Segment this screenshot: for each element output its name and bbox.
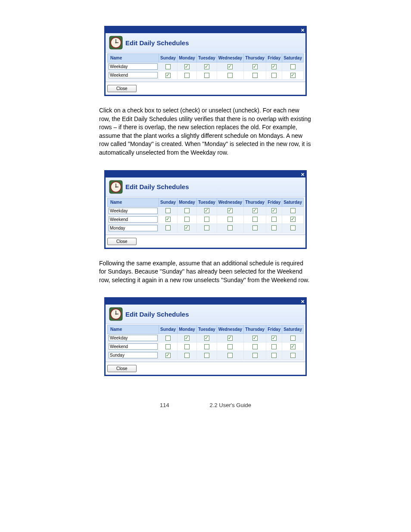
close-button[interactable]: Close [107,365,137,372]
schedule-table: NameSundayMondayTuesdayWednesdayThursday… [107,325,304,360]
day-checkbox[interactable] [165,344,171,349]
column-header-friday: Friday [266,325,282,334]
edit-daily-schedules-dialog-1: ✕ Edit Daily Schedules NameSundayMondayT… [104,26,307,96]
schedule-table-wrap: NameSundayMondayTuesdayWednesdayThursday… [106,324,305,361]
schedule-table-wrap: NameSundayMondayTuesdayWednesdayThursday… [106,197,305,234]
day-checkbox[interactable] [290,336,296,341]
day-checkbox[interactable] [204,64,209,69]
day-checkbox[interactable] [271,73,277,78]
day-checkbox[interactable] [204,208,209,213]
schedule-name-input[interactable] [109,216,158,223]
day-checkbox[interactable] [290,208,296,213]
day-checkbox[interactable] [227,64,233,69]
schedule-name-input[interactable] [109,72,158,78]
day-checkbox[interactable] [184,73,190,78]
day-checkbox[interactable] [227,73,233,78]
day-checkbox[interactable] [271,336,277,341]
day-checkbox[interactable] [184,225,190,230]
table-row [108,206,304,215]
day-checkbox[interactable] [271,64,277,69]
close-button[interactable]: Close [107,238,137,245]
day-checkbox[interactable] [204,344,209,349]
day-checkbox[interactable] [252,344,258,349]
column-header-tuesday: Tuesday [196,325,217,334]
body-paragraph-2: Following the same example, assume that … [99,259,312,285]
column-header-monday: Monday [177,198,197,206]
day-checkbox[interactable] [165,336,171,341]
day-checkbox[interactable] [165,73,171,78]
window-close-icon[interactable]: ✕ [299,171,305,177]
column-header-name: Name [108,325,159,334]
dialog-header: Edit Daily Schedules [106,33,305,53]
day-checkbox[interactable] [165,64,171,69]
column-header-saturday: Saturday [282,325,304,334]
schedule-name-input[interactable] [109,352,158,358]
day-checkbox[interactable] [252,73,258,78]
day-checkbox[interactable] [290,353,296,358]
day-checkbox[interactable] [290,225,296,230]
window-close-icon[interactable]: ✕ [299,27,305,33]
day-checkbox[interactable] [290,217,296,222]
day-checkbox[interactable] [227,225,233,230]
day-checkbox[interactable] [184,353,190,358]
day-checkbox[interactable] [204,73,209,78]
day-checkbox[interactable] [290,64,296,69]
column-header-saturday: Saturday [282,198,304,206]
day-checkbox[interactable] [252,208,258,213]
day-checkbox[interactable] [204,225,209,230]
column-header-sunday: Sunday [159,54,177,62]
day-checkbox[interactable] [184,344,190,349]
day-checkbox[interactable] [227,217,233,222]
column-header-wednesday: Wednesday [217,54,243,62]
schedule-name-input[interactable] [109,343,158,350]
dialog-footer: Close [106,361,305,375]
day-checkbox[interactable] [204,353,209,358]
day-checkbox[interactable] [271,217,277,222]
day-checkbox[interactable] [271,225,277,230]
column-header-monday: Monday [177,54,197,62]
dialog-header: Edit Daily Schedules [106,177,305,197]
day-checkbox[interactable] [184,336,190,341]
day-checkbox[interactable] [271,353,277,358]
day-checkbox[interactable] [165,353,171,358]
day-checkbox[interactable] [165,225,171,230]
day-checkbox[interactable] [290,344,296,349]
title-bar: ✕ [106,27,305,33]
day-checkbox[interactable] [252,353,258,358]
day-checkbox[interactable] [252,225,258,230]
column-header-tuesday: Tuesday [196,54,217,62]
day-checkbox[interactable] [252,217,258,222]
dialog-title: Edit Daily Schedules [125,183,189,190]
day-checkbox[interactable] [184,64,190,69]
day-checkbox[interactable] [271,344,277,349]
day-checkbox[interactable] [165,217,171,222]
day-checkbox[interactable] [271,208,277,213]
day-checkbox[interactable] [252,336,258,341]
day-checkbox[interactable] [227,208,233,213]
column-header-wednesday: Wednesday [217,325,243,334]
day-checkbox[interactable] [204,336,209,341]
day-checkbox[interactable] [290,73,296,78]
schedule-name-input[interactable] [109,63,158,70]
day-checkbox[interactable] [165,208,171,213]
window-close-icon[interactable]: ✕ [299,299,305,305]
day-checkbox[interactable] [227,344,233,349]
day-checkbox[interactable] [227,353,233,358]
schedule-name-input[interactable] [109,335,158,341]
close-button[interactable]: Close [107,85,137,92]
dialog-title: Edit Daily Schedules [125,39,189,47]
table-body [108,334,304,360]
schedule-name-input[interactable] [109,225,158,231]
day-checkbox[interactable] [184,208,190,213]
day-checkbox[interactable] [204,217,209,222]
day-checkbox[interactable] [227,336,233,341]
day-checkbox[interactable] [184,217,190,222]
column-header-saturday: Saturday [282,54,304,62]
table-row [108,334,304,342]
page-footer: 114 2.2 User's Guide [43,402,368,408]
day-checkbox[interactable] [252,64,258,69]
schedule-name-input[interactable] [109,208,158,214]
body-paragraph-1: Click on a check box to select (check) o… [99,106,312,157]
column-header-sunday: Sunday [159,325,177,334]
edit-daily-schedules-dialog-3: ✕ Edit Daily Schedules NameSundayMondayT… [104,297,307,376]
